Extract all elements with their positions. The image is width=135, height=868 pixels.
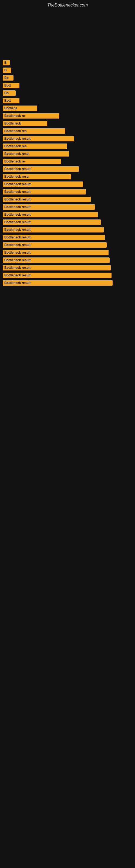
bar-row: B bbox=[3, 60, 132, 65]
bar-row: Bottleneck result bbox=[3, 235, 132, 240]
bar-label: Bottleneck bbox=[3, 121, 47, 126]
bar-row: Bottleneck result bbox=[3, 182, 132, 187]
bar-label: Bott bbox=[3, 83, 19, 88]
bar-row: Bottleneck re bbox=[3, 113, 132, 119]
bar-label: Bottleneck result bbox=[3, 182, 83, 187]
bar-row: Bottleneck result bbox=[3, 257, 132, 263]
bar-label: Bottleneck resu bbox=[3, 174, 71, 179]
bar-row: Bottleneck result bbox=[3, 265, 132, 271]
bar-row bbox=[3, 30, 132, 35]
bar-label: Bottleneck result bbox=[3, 166, 79, 172]
bar-row: Bottleneck result bbox=[3, 242, 132, 248]
bar-row: Bo bbox=[3, 75, 132, 81]
bar-label: Bottleneck result bbox=[3, 273, 111, 278]
bar-row: Bottleneck resu bbox=[3, 174, 132, 179]
bar-label: Bottleneck re bbox=[3, 113, 59, 119]
bar-label: Bo bbox=[3, 90, 16, 96]
bar-label: B bbox=[3, 67, 11, 73]
bar-label: Bottleneck result bbox=[3, 265, 111, 271]
bar-label: Bottleneck resu bbox=[3, 151, 69, 156]
bar-label: Bottleneck result bbox=[3, 197, 91, 202]
bar-row: Bottleneck result bbox=[3, 166, 132, 172]
bar-label: Bottleneck result bbox=[3, 212, 98, 217]
bar-label: Bottleneck result bbox=[3, 136, 74, 141]
bar-label: Bottleneck re bbox=[3, 159, 61, 164]
bar-label: Bottleneck result bbox=[3, 235, 105, 240]
bar-label: Bottleneck result bbox=[3, 219, 101, 225]
bar-row bbox=[3, 45, 132, 50]
bars-container: BBBoBottBoBottBottleneBottleneck reBottl… bbox=[0, 9, 135, 290]
bar-row: Bottleneck re bbox=[3, 159, 132, 164]
bar-label: Bottleneck result bbox=[3, 227, 104, 232]
bar-row bbox=[3, 14, 132, 20]
bar-row bbox=[3, 52, 132, 58]
bar-row: Bottleneck result bbox=[3, 227, 132, 232]
bar-label: Bottleneck result bbox=[3, 257, 109, 263]
bar-label: Bottleneck result bbox=[3, 250, 108, 255]
bar-label: Bottleneck res bbox=[3, 144, 67, 149]
bar-row: Bottleneck resu bbox=[3, 151, 132, 156]
bar-row: Bottleneck result bbox=[3, 189, 132, 194]
bar-row: B bbox=[3, 67, 132, 73]
bar-label: Bottleneck result bbox=[3, 280, 113, 286]
bar-row: Bottlene bbox=[3, 105, 132, 111]
bar-row: Bottleneck result bbox=[3, 136, 132, 141]
bar-label: Bottleneck res bbox=[3, 128, 65, 134]
bar-row: Bottleneck result bbox=[3, 204, 132, 210]
bar-row bbox=[3, 37, 132, 42]
site-title: TheBottlenecker.com bbox=[0, 0, 135, 9]
bar-label: Bo bbox=[3, 75, 13, 81]
bar-row: Bottleneck result bbox=[3, 219, 132, 225]
bar-row: Bottleneck result bbox=[3, 250, 132, 255]
bar-row: Bottleneck bbox=[3, 121, 132, 126]
bar-label: Bottleneck result bbox=[3, 204, 95, 210]
bar-row: Bo bbox=[3, 90, 132, 96]
bar-row: Bottleneck result bbox=[3, 280, 132, 286]
bar-row: Bottleneck result bbox=[3, 197, 132, 202]
bar-label: Bott bbox=[3, 98, 19, 103]
bar-row: Bottleneck result bbox=[3, 273, 132, 278]
bar-row: Bottleneck res bbox=[3, 128, 132, 134]
bar-row bbox=[3, 22, 132, 27]
bar-label: B bbox=[3, 60, 10, 65]
bar-row: Bottleneck result bbox=[3, 212, 132, 217]
bar-label: Bottlene bbox=[3, 105, 37, 111]
bar-row: Bott bbox=[3, 98, 132, 103]
bar-row: Bott bbox=[3, 83, 132, 88]
bar-label: Bottleneck result bbox=[3, 242, 107, 248]
bar-row: Bottleneck res bbox=[3, 144, 132, 149]
bar-label: Bottleneck result bbox=[3, 189, 86, 194]
